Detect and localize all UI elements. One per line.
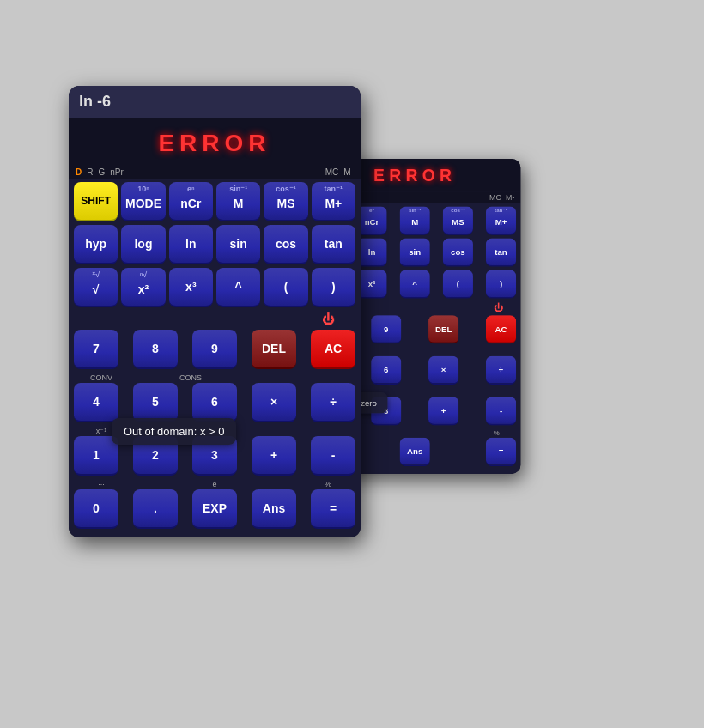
s-key-tan[interactable]: tan: [486, 238, 516, 266]
key-rparen[interactable]: ): [312, 268, 355, 307]
s-key-mult[interactable]: ×: [428, 356, 458, 385]
key-6[interactable]: 6: [192, 383, 237, 422]
s-key-minus[interactable]: -: [486, 397, 516, 425]
key-ans[interactable]: Ans: [252, 489, 296, 529]
ind-mc: MC: [325, 167, 339, 177]
key-tan[interactable]: tan: [312, 225, 355, 264]
s-key-div[interactable]: ÷: [486, 356, 516, 385]
key-exp[interactable]: EXP: [192, 489, 237, 529]
ind-mc-s: MC: [489, 193, 501, 202]
key-cos[interactable]: cos: [264, 225, 307, 264]
key-row-3: ˣ√ √ ⁿ√ x² x³ ^ ( ): [74, 268, 355, 307]
s-key-cos[interactable]: cos: [443, 238, 473, 266]
s-key-m[interactable]: sin⁻¹ M: [400, 206, 430, 234]
display-main: ERROR: [69, 118, 361, 166]
key-lparen[interactable]: (: [264, 268, 307, 307]
label-cons: CONS: [168, 373, 213, 382]
key-equals[interactable]: =: [311, 489, 355, 529]
key-ln[interactable]: ln: [169, 225, 213, 264]
ind-r: R: [87, 167, 93, 177]
s-key-x3[interactable]: x³: [356, 270, 386, 298]
key-x3[interactable]: x³: [169, 268, 213, 307]
label-row-misc: ··· e %: [74, 479, 355, 489]
key-row-4: 7 8 9 DEL AC: [74, 330, 355, 369]
key-plus[interactable]: +: [252, 436, 296, 476]
key-power-btn[interactable]: ⏻: [306, 311, 350, 328]
key-4[interactable]: 4: [74, 383, 118, 422]
key-ms[interactable]: cos⁻¹ MS: [264, 182, 307, 221]
s-key-plus[interactable]: +: [428, 397, 458, 425]
key-mode[interactable]: 10ⁿ MODE: [121, 182, 165, 221]
s-key-mplus[interactable]: tan⁻¹ M+: [486, 206, 516, 234]
label-row-conv: CONV CONS: [74, 373, 355, 383]
s-key-equals[interactable]: =: [486, 438, 516, 466]
key-7[interactable]: 7: [74, 330, 118, 369]
s-label-pct: %: [482, 429, 512, 437]
ind-mminus-s: M-: [506, 193, 514, 202]
s-key-ncr[interactable]: eⁿ nCr: [356, 206, 386, 234]
key-x2[interactable]: ⁿ√ x²: [121, 268, 165, 307]
key-sqrt[interactable]: ˣ√ √: [74, 268, 118, 307]
key-ac[interactable]: AC: [311, 330, 355, 369]
s-key-ans[interactable]: Ans: [400, 438, 430, 466]
label-conv: CONV: [79, 373, 124, 382]
key-shift[interactable]: SHIFT: [74, 182, 118, 221]
label-percent: %: [306, 480, 350, 488]
key-1[interactable]: 1: [74, 436, 118, 476]
tooltip-main: Out of domain: x > 0: [112, 418, 236, 445]
keypad-main: SHIFT 10ⁿ MODE eⁿ nCr sin⁻¹ M cos⁻¹ MS t…: [69, 179, 361, 537]
s-key-rparen[interactable]: ): [486, 270, 516, 298]
tooltip-main-text: Out of domain: x > 0: [124, 425, 224, 438]
key-dot[interactable]: .: [133, 489, 178, 529]
label-dots: ···: [79, 480, 124, 488]
s-key-power-btn[interactable]: ⏻: [482, 301, 513, 313]
key-9[interactable]: 9: [192, 330, 237, 369]
key-0[interactable]: 0: [74, 489, 118, 529]
s-key-lparen[interactable]: (: [443, 270, 473, 298]
key-div[interactable]: ÷: [311, 383, 355, 422]
s-key-sin[interactable]: sin: [400, 238, 430, 266]
s-key-del[interactable]: DEL: [428, 315, 458, 343]
s-key-9[interactable]: 9: [371, 315, 401, 343]
key-minus[interactable]: -: [311, 436, 355, 476]
calculator-main: ln -6 ERROR D R G nPr MC M- SHIFT 10ⁿ MO…: [69, 86, 361, 537]
key-5[interactable]: 5: [133, 383, 178, 422]
s-key-ln[interactable]: ln: [356, 238, 386, 266]
s-key-pow[interactable]: ^: [400, 270, 430, 298]
key-power[interactable]: ^: [216, 268, 260, 307]
key-log[interactable]: log: [121, 225, 165, 264]
ind-d: D: [76, 167, 82, 177]
ind-g: G: [98, 167, 105, 177]
s-key-6[interactable]: 6: [371, 356, 401, 385]
key-m[interactable]: sin⁻¹ M: [216, 182, 260, 221]
title-text: ln -6: [79, 93, 111, 110]
title-bar: ln -6: [69, 86, 361, 118]
ind-mminus: M-: [343, 167, 354, 177]
label-e: e: [192, 480, 237, 488]
s-key-ac[interactable]: AC: [486, 315, 516, 343]
key-row-2: hyp log ln sin cos tan: [74, 225, 355, 264]
key-8[interactable]: 8: [133, 330, 178, 369]
key-row-7: 0 . EXP Ans =: [74, 489, 355, 529]
indicator-row-main: D R G nPr MC M-: [69, 166, 361, 179]
key-del[interactable]: DEL: [252, 330, 296, 369]
key-mplus[interactable]: tan⁻¹ M+: [312, 182, 355, 221]
s-key-ms[interactable]: cos⁻¹ MS: [443, 206, 473, 234]
key-mult[interactable]: ×: [252, 383, 296, 422]
key-hyp[interactable]: hyp: [74, 225, 118, 264]
key-row-5: 4 5 6 × ÷: [74, 383, 355, 422]
key-sin[interactable]: sin: [216, 225, 260, 264]
key-row-1: SHIFT 10ⁿ MODE eⁿ nCr sin⁻¹ M cos⁻¹ MS t…: [74, 182, 355, 221]
ind-npr: nPr: [110, 167, 124, 177]
key-ncr[interactable]: eⁿ nCr: [169, 182, 213, 221]
